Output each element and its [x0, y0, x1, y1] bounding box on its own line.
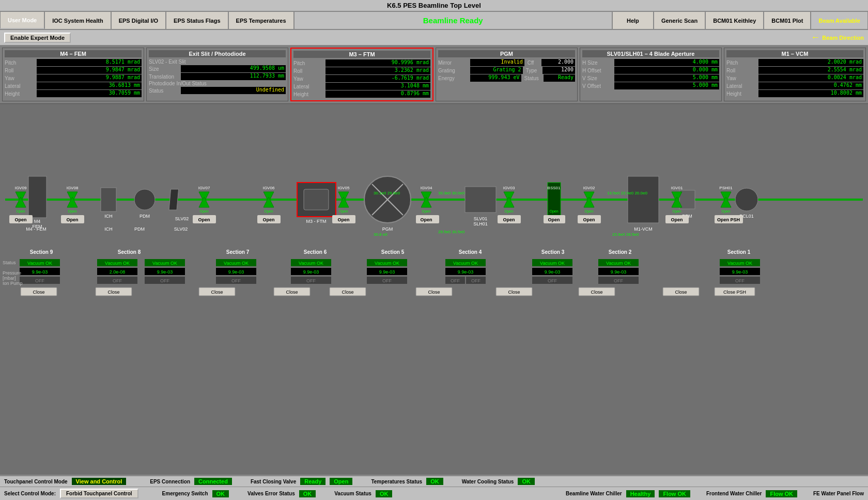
beam-arrow-icon: ← [811, 32, 820, 43]
svg-text:M1-VCM: M1-VCM [634, 226, 653, 232]
svg-text:Vacuum OK: Vacuum OK [540, 261, 565, 266]
svg-text:Vacuum OK: Vacuum OK [727, 261, 752, 266]
svg-text:PSH01: PSH01 [719, 186, 733, 190]
pgm-cff-value: 2.000 [541, 59, 575, 66]
control-row-1: Touchpanel Control Mode View and Control… [0, 476, 868, 487]
temps-label: Temperatures Status [371, 479, 422, 484]
svg-text:IGV07: IGV07 [198, 186, 210, 190]
tab-help[interactable]: Help [612, 11, 654, 29]
exit-slit-panel: Exit Slit / Photodiode SLV02 - Exit Slit… [146, 48, 288, 101]
svg-text:IGV05: IGV05 [338, 186, 350, 190]
svg-text:OFF: OFF [113, 278, 122, 283]
valves-error-value: OK [299, 490, 316, 497]
bss01-valve[interactable]: BSS01 Open [548, 183, 561, 217]
pgm-panel: PGM Mirror Invalid Cff 2.000 Grating Gra… [436, 48, 578, 101]
svg-text:30.3e0  30.0e0: 30.3e0 30.0e0 [438, 191, 465, 195]
fe-water-label: FE Water Panel Flow [813, 491, 864, 496]
svg-text:30.8 e0: 30.8 e0 [374, 232, 388, 237]
exit-slit-size: 499.9508 um [181, 65, 286, 72]
svg-text:29.5e0  30.5e0: 29.5e0 30.5e0 [438, 230, 465, 234]
pgm-status-value: Ready [544, 74, 576, 82]
slv-hoffset-value: 0.000 mm [614, 67, 719, 74]
slv-vsize-value: 5.000 mm [614, 74, 719, 82]
tab-bcm01-plot[interactable]: BCM01 Plot [764, 11, 811, 29]
svg-rect-9 [169, 189, 178, 210]
svg-text:Open: Open [264, 209, 273, 214]
m4-roll-value: 9.9847 mrad [37, 67, 142, 74]
svg-text:Section 4: Section 4 [459, 249, 482, 255]
svg-text:13.5e0  22.0e0  20.0e0: 13.5e0 22.0e0 20.0e0 [607, 191, 647, 195]
pgm-grating-value: Grating 2 [470, 67, 523, 74]
svg-text:OFF: OFF [35, 278, 44, 283]
forbid-touchpanel-button[interactable]: Forbid Touchpanel Control [60, 489, 138, 498]
svg-text:Vacuum OK: Vacuum OK [375, 261, 399, 266]
svg-text:9.9e-03: 9.9e-03 [228, 269, 244, 275]
svg-text:Section 2: Section 2 [609, 249, 632, 255]
svg-text:SLV02: SLV02 [174, 226, 188, 232]
valves-error-label: Valves Error Status [247, 491, 295, 496]
tab-bcm01-keithley[interactable]: BCM01 Keithley [705, 11, 764, 29]
eps-label: EPS Connection [150, 479, 190, 484]
svg-text:PDM: PDM [140, 214, 150, 219]
svg-text:M4 - FEM: M4 - FEM [26, 226, 47, 232]
svg-text:Section 3: Section 3 [541, 249, 565, 255]
svg-text:Status: Status [3, 260, 16, 265]
slv-hsize-value: 4.000 mm [614, 59, 719, 66]
svg-text:9.9e-03: 9.9e-03 [32, 269, 48, 275]
m3-yaw-value: -6.7619 mrad [326, 75, 430, 82]
tab-user-mode[interactable]: User Mode [0, 11, 44, 29]
svg-text:Close: Close [508, 290, 520, 295]
svg-text:IGV03: IGV03 [503, 186, 515, 190]
m4-fem-panel: M4 – FEM Pitch 8.5171 mrad Roll 9.9847 m… [2, 48, 144, 101]
m1-yaw-value: 0.0024 mrad [758, 74, 863, 82]
fast-valve-open: Open [330, 478, 352, 485]
svg-text:Section 8: Section 8 [118, 249, 141, 255]
tab-ioc-health[interactable]: IOC System Health [44, 11, 111, 29]
beam-direction-label: Beam Direction [822, 35, 864, 41]
svg-text:Open: Open [503, 217, 515, 222]
svg-text:Vacuum OK: Vacuum OK [152, 261, 177, 266]
tab-eps-status[interactable]: EPS Status Flags [166, 11, 228, 29]
tab-beamline-ready[interactable]: Beamline Ready [294, 11, 612, 29]
svg-text:Open: Open [198, 217, 210, 222]
svg-text:Open: Open [548, 217, 560, 222]
eps-value: Connected [194, 478, 232, 485]
svg-text:Close: Close [342, 290, 353, 295]
svg-text:Close PSH: Close PSH [723, 290, 746, 295]
svg-text:OFF: OFF [451, 278, 460, 283]
tab-generic-scan[interactable]: Generic Scan [654, 11, 705, 29]
slv-voffset-value: 5.000 mm [614, 82, 719, 89]
svg-text:Section 1: Section 1 [727, 249, 751, 255]
fast-valve-ready: Ready [300, 478, 326, 485]
m1-height-value: 10.8002 mm [758, 90, 863, 97]
tab-eps-temps[interactable]: EPS Temperatures [228, 11, 294, 29]
fast-valve-label: Fast Closing Valve [251, 479, 296, 484]
svg-text:SLV01: SLV01 [474, 216, 487, 221]
svg-text:ICH: ICH [104, 226, 113, 232]
svg-text:BSS01: BSS01 [548, 186, 561, 190]
m4-lateral-value: 36.6813 mm [37, 82, 142, 89]
beamline-diagram: M4 FEM ICH PDM SLV02 M3 - F [0, 104, 868, 475]
svg-text:Open: Open [66, 217, 78, 222]
tab-eps-digital[interactable]: EPS Digital I/O [111, 11, 166, 29]
svg-text:2.0e-08: 2.0e-08 [110, 269, 126, 275]
svg-text:OFF: OFF [735, 278, 745, 283]
svg-text:Vacuum OK: Vacuum OK [105, 261, 130, 266]
tab-beam-available[interactable]: Beam Available [811, 11, 868, 29]
select-control-label: Select Control Mode: [4, 491, 56, 496]
svg-text:OFF: OFF [231, 278, 241, 283]
svg-text:OFF: OFF [306, 278, 316, 283]
temps-value: OK [426, 478, 443, 485]
svg-text:IGV09: IGV09 [15, 186, 27, 190]
svg-text:PDM: PDM [134, 226, 145, 232]
svg-text:Vacuum OK: Vacuum OK [606, 261, 631, 266]
control-row-2: Select Control Mode: Forbid Touchpanel C… [0, 487, 868, 500]
m4-yaw-value: 9.9887 mrad [37, 74, 142, 82]
svg-text:Open: Open [504, 209, 513, 214]
svg-rect-23 [679, 190, 695, 209]
tab-bar: User Mode IOC System Health EPS Digital … [0, 11, 868, 30]
vacuum-label: Vacuum Status [334, 491, 371, 496]
svg-text:Open: Open [262, 217, 274, 222]
enable-expert-mode-button[interactable]: Enable Expert Mode [4, 33, 71, 43]
svg-text:Vacuum OK: Vacuum OK [299, 261, 323, 266]
